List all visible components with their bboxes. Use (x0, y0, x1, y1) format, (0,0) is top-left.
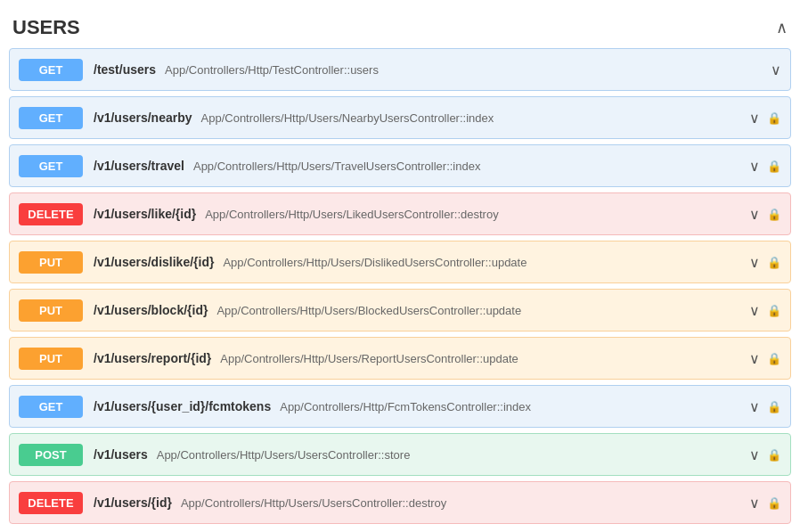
row-actions: ∨🔒 (749, 302, 781, 319)
row-actions: ∨🔒 (749, 206, 781, 223)
endpoint-controller: App/Controllers/Http/Users/ReportUsersCo… (220, 352, 740, 365)
method-badge: PUT (19, 251, 83, 274)
section-title: USERS (12, 16, 80, 39)
endpoint-path: /v1/users/report/{id} (94, 351, 211, 365)
endpoint-path: /v1/users/{user_id}/fcmtokens (94, 399, 271, 413)
endpoint-path: /v1/users/dislike/{id} (94, 255, 214, 269)
expand-icon[interactable]: ∨ (749, 206, 760, 223)
expand-icon[interactable]: ∨ (749, 110, 760, 127)
lock-icon: 🔒 (767, 448, 781, 462)
expand-icon[interactable]: ∨ (749, 495, 760, 512)
method-badge: DELETE (19, 492, 83, 514)
endpoint-controller: App/Controllers/Http/Users/UsersControll… (181, 496, 740, 510)
endpoint-controller: App/Controllers/Http/TestController::use… (165, 63, 762, 77)
row-actions: ∨🔒 (749, 495, 781, 512)
endpoint-row[interactable]: PUT/v1/users/block/{id}App/Controllers/H… (9, 289, 791, 331)
expand-icon[interactable]: ∨ (749, 350, 760, 367)
lock-icon: 🔒 (767, 160, 781, 173)
endpoint-path: /test/users (94, 62, 156, 77)
method-badge: GET (19, 59, 83, 81)
row-actions: ∨🔒 (749, 398, 781, 415)
endpoint-controller: App/Controllers/Http/Users/TravelUsersCo… (193, 160, 740, 173)
method-badge: DELETE (19, 203, 83, 225)
endpoint-path: /v1/users/like/{id} (94, 207, 196, 221)
method-badge: GET (19, 396, 83, 418)
section-header: USERS ∧ (9, 9, 791, 48)
expand-icon[interactable]: ∨ (749, 446, 760, 463)
lock-icon: 🔒 (767, 304, 781, 317)
expand-icon[interactable]: ∨ (749, 158, 760, 175)
lock-icon: 🔒 (767, 208, 781, 221)
endpoint-controller: App/Controllers/Http/Users/DislikedUsers… (223, 256, 740, 269)
endpoint-row[interactable]: PUT/v1/users/report/{id}App/Controllers/… (9, 337, 791, 380)
lock-icon: 🔒 (767, 352, 781, 365)
expand-icon[interactable]: ∨ (771, 61, 781, 78)
endpoint-controller: App/Controllers/Http/Users/NearbyUsersCo… (201, 111, 740, 125)
endpoint-controller: App/Controllers/Http/Users/LikedUsersCon… (205, 208, 740, 221)
endpoint-row[interactable]: GET/test/usersApp/Controllers/Http/TestC… (9, 48, 791, 91)
endpoint-path: /v1/users/travel (94, 159, 184, 173)
lock-icon: 🔒 (767, 111, 781, 125)
endpoint-path: /v1/users/nearby (94, 110, 192, 125)
row-actions: ∨🔒 (749, 446, 781, 463)
endpoint-row[interactable]: DELETE/v1/users/{id}App/Controllers/Http… (9, 481, 791, 524)
endpoint-controller: App/Controllers/Http/FcmTokensController… (280, 400, 740, 413)
row-actions: ∨ (771, 61, 781, 78)
endpoint-row[interactable]: PUT/v1/users/dislike/{id}App/Controllers… (9, 241, 791, 283)
collapse-icon[interactable]: ∧ (776, 18, 788, 37)
expand-icon[interactable]: ∨ (749, 302, 760, 319)
endpoint-row[interactable]: GET/v1/users/nearbyApp/Controllers/Http/… (9, 96, 791, 139)
endpoint-controller: App/Controllers/Http/Users/BlockedUsersC… (216, 304, 740, 317)
row-actions: ∨🔒 (749, 158, 781, 175)
endpoint-path: /v1/users (94, 447, 148, 462)
endpoints-list: GET/test/usersApp/Controllers/Http/TestC… (9, 48, 791, 524)
endpoint-row[interactable]: GET/v1/users/travelApp/Controllers/Http/… (9, 144, 791, 187)
endpoint-row[interactable]: POST/v1/usersApp/Controllers/Http/Users/… (9, 433, 791, 476)
row-actions: ∨🔒 (749, 254, 781, 271)
method-badge: GET (19, 155, 83, 177)
users-section: USERS ∧ GET/test/usersApp/Controllers/Ht… (9, 9, 791, 524)
row-actions: ∨🔒 (749, 110, 781, 127)
expand-icon[interactable]: ∨ (749, 254, 760, 271)
endpoint-path: /v1/users/block/{id} (94, 303, 208, 317)
method-badge: PUT (19, 348, 83, 370)
lock-icon: 🔒 (767, 256, 781, 269)
endpoint-row[interactable]: GET/v1/users/{user_id}/fcmtokensApp/Cont… (9, 385, 791, 428)
row-actions: ∨🔒 (749, 350, 781, 367)
method-badge: POST (19, 444, 83, 466)
endpoint-controller: App/Controllers/Http/Users/UsersControll… (157, 448, 740, 462)
method-badge: PUT (19, 299, 83, 322)
method-badge: GET (19, 107, 83, 129)
lock-icon: 🔒 (767, 496, 781, 510)
endpoint-row[interactable]: DELETE/v1/users/like/{id}App/Controllers… (9, 192, 791, 235)
lock-icon: 🔒 (767, 400, 781, 413)
endpoint-path: /v1/users/{id} (94, 495, 172, 510)
expand-icon[interactable]: ∨ (749, 398, 760, 415)
